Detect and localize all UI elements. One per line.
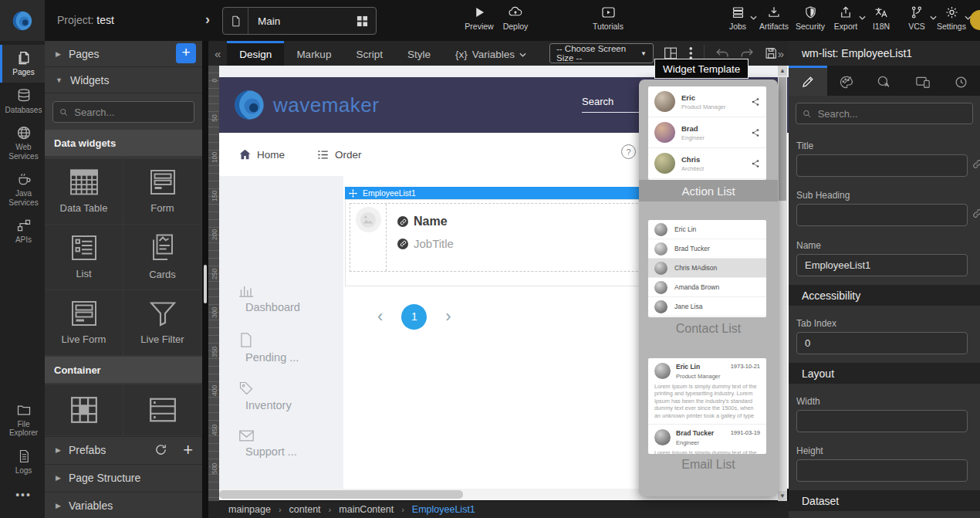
tab-index-input[interactable] [796, 332, 968, 354]
current-page-button[interactable]: 1 [401, 304, 427, 330]
side-nav-dashboard[interactable]: Dashboard [239, 284, 300, 313]
properties-search-input[interactable] [816, 107, 966, 120]
panel-scrollbar[interactable] [202, 41, 208, 518]
tab-devices[interactable] [904, 66, 942, 96]
side-nav-pending[interactable]: Pending ... [239, 333, 299, 364]
security-menu[interactable]: Security [792, 5, 829, 31]
widget-search[interactable] [52, 101, 194, 123]
scroll-down-arrow[interactable]: ▼ [778, 491, 787, 501]
list-item-image-cell[interactable] [350, 204, 387, 271]
scrollbar-thumb[interactable] [219, 490, 463, 499]
prev-page-arrow[interactable]: ‹ [377, 306, 383, 327]
deploy-button[interactable]: Deploy [494, 5, 537, 31]
title-input[interactable] [796, 154, 968, 177]
widget-tile-cards[interactable]: Cards [123, 225, 201, 289]
layout-split-icon[interactable] [664, 47, 677, 59]
tab-style[interactable]: Style [395, 41, 443, 66]
template-action-list[interactable]: EricProduct Manager BradEngineer ChrisAr… [648, 86, 766, 180]
sidebar-item-web-services[interactable]: Web Services [0, 120, 45, 166]
refresh-icon[interactable] [154, 443, 167, 456]
canvas-vertical-scrollbar[interactable]: ▲ ▼ [778, 66, 787, 501]
add-page-button[interactable]: + [176, 43, 196, 63]
tab-script[interactable]: Script [343, 41, 395, 66]
nav-item-home[interactable]: Home [239, 149, 285, 161]
bind-icon[interactable] [972, 159, 980, 169]
gear-icon [945, 5, 959, 19]
screen-size-select[interactable]: -- Choose Screen Size -- ▼ [549, 43, 654, 63]
jobtitle-field[interactable]: JobTitle [397, 237, 454, 250]
properties-search[interactable] [796, 103, 973, 124]
action-list-label[interactable]: Action List [639, 180, 778, 201]
tab-markup[interactable]: Markup [284, 41, 343, 66]
artifacts-menu[interactable]: Artifacts [755, 5, 792, 31]
logs-icon [17, 449, 31, 464]
collapse-left-panel-button[interactable]: « [208, 47, 227, 60]
widget-tile-data-table[interactable]: Data Table [45, 159, 123, 224]
template-row: ChrisArchitect [648, 148, 766, 179]
tab-styles[interactable] [827, 66, 866, 96]
widget-search-input[interactable] [73, 106, 188, 119]
scrollbar-thumb[interactable] [779, 77, 786, 201]
more-menu[interactable]: ••• [0, 483, 45, 506]
wavemaker-logo[interactable] [0, 0, 45, 41]
widget-tile-accordion[interactable] [123, 384, 201, 435]
breadcrumb-item[interactable]: mainContent [339, 504, 394, 515]
save-icon[interactable] [765, 46, 777, 60]
side-nav-support[interactable]: Support ... [239, 430, 297, 458]
section-layout[interactable]: Layout [789, 363, 980, 384]
breadcrumb-item-active[interactable]: EmployeeList1 [412, 504, 475, 515]
tab-more[interactable] [941, 66, 980, 96]
tutorials-button[interactable]: Tutorials [586, 5, 630, 31]
sidebar-item-apis[interactable]: APIs [0, 212, 45, 250]
avatar [654, 429, 671, 445]
tab-events[interactable] [865, 66, 904, 96]
sidebar-item-logs[interactable]: Logs [0, 443, 45, 481]
sub-heading-input[interactable] [796, 204, 968, 226]
sidebar-item-java-services[interactable]: Java Services [0, 166, 45, 212]
nav-item-order[interactable]: Order [317, 149, 362, 161]
email-list-label[interactable]: Email List [639, 458, 778, 472]
export-icon [839, 5, 853, 19]
widgets-section-header[interactable]: ▼ Widgets [45, 67, 202, 93]
scrollbar-thumb[interactable] [204, 265, 207, 303]
user-avatar[interactable] [970, 10, 980, 30]
tab-properties[interactable] [789, 66, 827, 96]
bind-icon[interactable] [972, 208, 980, 218]
side-nav-inventory[interactable]: Inventory [239, 381, 292, 411]
widget-tile-live-form[interactable]: Live Form [45, 290, 123, 355]
section-dataset[interactable]: Dataset [789, 490, 980, 511]
prefabs-section-header[interactable]: ▶ Prefabs + [45, 436, 202, 462]
name-input[interactable] [796, 254, 968, 276]
variables-section-header[interactable]: ▶ Variables [45, 492, 202, 518]
scroll-up-arrow[interactable]: ▲ [778, 66, 787, 76]
widget-tile-layout-grid[interactable] [45, 384, 123, 435]
add-prefab-button[interactable]: + [183, 440, 193, 460]
height-input[interactable] [796, 459, 968, 482]
sidebar-item-pages[interactable]: Pages [0, 45, 45, 83]
sidebar-item-file-explorer[interactable]: File Explorer [0, 397, 45, 443]
share-icon [751, 97, 760, 107]
template-contact-list[interactable]: Eric Lin Brad Tucker Chris MAdison Amand… [648, 220, 766, 317]
pages-grid-icon[interactable] [357, 15, 376, 27]
project-chevron-icon[interactable]: › [205, 12, 210, 28]
name-field[interactable]: Name [397, 215, 454, 229]
widget-tile-live-filter[interactable]: Live Filter [123, 290, 201, 355]
contact-list-label[interactable]: Contact List [639, 322, 778, 336]
breadcrumb-item[interactable]: mainpage [228, 504, 271, 515]
widget-tile-form[interactable]: Form [123, 159, 201, 224]
pages-section-header[interactable]: ▶ Pages + [45, 41, 202, 67]
variables-dropdown[interactable]: {x}Variables [443, 41, 539, 66]
page-structure-section-header[interactable]: ▶ Page Structure [45, 464, 202, 490]
expand-right-panel-button[interactable]: » [778, 47, 784, 60]
widget-tile-list[interactable]: List [45, 225, 123, 289]
next-page-arrow[interactable]: › [445, 306, 451, 327]
tab-design[interactable]: Design [227, 41, 284, 66]
sidebar-item-databases[interactable]: Databases [0, 83, 45, 120]
width-input[interactable] [796, 410, 968, 432]
section-accessibility[interactable]: Accessibility [789, 285, 980, 306]
page-tab-main[interactable]: Main [222, 7, 377, 35]
i18n-menu[interactable]: I18N [863, 5, 900, 31]
template-email-list[interactable]: Eric LinProduct Manager 1973-10-21 Lorem… [648, 358, 766, 454]
help-icon[interactable]: ? [621, 144, 636, 159]
breadcrumb-item[interactable]: content [289, 504, 321, 515]
